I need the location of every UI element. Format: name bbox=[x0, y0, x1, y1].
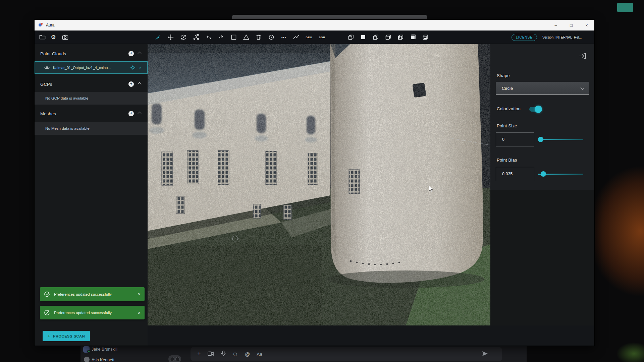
mouse-cursor bbox=[429, 185, 435, 193]
shape-dropdown[interactable]: Circle bbox=[496, 82, 589, 95]
focus-crosshair-icon[interactable] bbox=[130, 65, 136, 70]
shape-label: Shape bbox=[497, 73, 510, 78]
add-gcp-icon[interactable]: + bbox=[128, 81, 134, 87]
attach-plus-icon[interactable]: + bbox=[197, 351, 201, 358]
view-cube-front-solid-icon[interactable] bbox=[409, 34, 417, 41]
point-size-input[interactable] bbox=[496, 132, 534, 146]
wallpaper-green-glow bbox=[610, 339, 644, 362]
gcp-empty-row: No GCP data is available bbox=[35, 92, 148, 105]
microphone-icon[interactable] bbox=[221, 351, 226, 358]
collapse-chevron-icon[interactable] bbox=[138, 82, 141, 86]
wallpaper-teal-chip bbox=[617, 3, 633, 12]
point-bias-slider[interactable] bbox=[538, 174, 583, 175]
remove-item-icon[interactable]: × bbox=[139, 65, 142, 70]
toast-close-icon[interactable]: × bbox=[138, 292, 141, 297]
screenshot-camera-icon[interactable] bbox=[61, 34, 69, 41]
license-button[interactable]: LICENSE bbox=[512, 34, 537, 41]
mention-at-icon[interactable]: @ bbox=[245, 351, 250, 357]
titlebar: Aura – □ × bbox=[35, 20, 594, 31]
section-point-clouds[interactable]: Point Clouds + bbox=[35, 49, 148, 59]
redo-icon[interactable] bbox=[217, 34, 225, 41]
chat-user-2[interactable]: Ash Kennett bbox=[92, 358, 114, 362]
online-status-icon bbox=[87, 350, 90, 353]
more-ellipsis-icon[interactable]: ••• bbox=[280, 34, 287, 41]
point-size-slider[interactable] bbox=[538, 139, 583, 140]
view-cube-right-face-icon[interactable] bbox=[384, 34, 392, 41]
sor-filter-icon[interactable]: SOR bbox=[317, 34, 327, 41]
toast-close-icon[interactable]: × bbox=[138, 310, 141, 315]
aura-window: Aura – □ × ⚙ bbox=[35, 20, 594, 346]
minimize-button[interactable]: – bbox=[548, 20, 564, 31]
success-check-icon bbox=[44, 291, 50, 297]
move-tool-icon[interactable] bbox=[167, 34, 174, 41]
toolbar: ⚙ ••• bbox=[35, 31, 594, 44]
sidebar: Point Clouds + Kalmar_01_Output_laz1_4_c… bbox=[35, 44, 148, 346]
mesh-empty-row: No Mesh data is available bbox=[35, 122, 148, 135]
shape-value: Circle bbox=[502, 86, 513, 91]
background-window-edge bbox=[232, 15, 427, 19]
slider-handle[interactable] bbox=[538, 137, 543, 142]
aura-logo-icon bbox=[39, 23, 43, 27]
collapse-chevron-icon[interactable] bbox=[138, 52, 141, 55]
viewport-3d-canvas[interactable] bbox=[148, 44, 490, 325]
process-scan-button[interactable]: + PROCESS SCAN bbox=[43, 331, 90, 341]
chevron-down-icon bbox=[580, 86, 584, 89]
chat-app-strip: Jake Brunskill Ash Kennett + ☺ @ Aa bbox=[80, 346, 527, 362]
section-gcps[interactable]: GCPs + bbox=[35, 79, 148, 89]
toast-notification: Preferences updated successfully × bbox=[40, 306, 145, 319]
chat-user-1[interactable]: Jake Brunskill bbox=[92, 347, 117, 352]
settings-gear-icon[interactable]: ⚙ bbox=[50, 34, 57, 41]
point-bias-label: Point Bias bbox=[497, 158, 517, 163]
navigate-cursor-icon[interactable] bbox=[154, 34, 161, 41]
dro-filter-icon[interactable]: DRO bbox=[304, 34, 314, 41]
user-avatar[interactable] bbox=[84, 357, 90, 362]
view-cube-left-face-icon[interactable] bbox=[397, 34, 404, 41]
point-bias-input[interactable] bbox=[496, 167, 534, 181]
colorization-label: Colorization bbox=[497, 106, 521, 111]
toast-notification: Preferences updated successfully × bbox=[40, 287, 145, 301]
section-meshes[interactable]: Meshes + bbox=[35, 109, 148, 119]
target-point-icon[interactable] bbox=[268, 34, 275, 41]
polyline-measure-icon[interactable] bbox=[292, 34, 300, 41]
collapse-panel-icon[interactable] bbox=[579, 52, 587, 60]
collapse-chevron-icon[interactable] bbox=[138, 112, 141, 115]
emoji-icon[interactable]: ☺ bbox=[232, 351, 238, 358]
text-format-icon[interactable]: Aa bbox=[257, 352, 262, 357]
display-settings-panel: Shape Circle Colorization Point Size Poi… bbox=[490, 44, 594, 190]
voice-users-pill[interactable] bbox=[168, 355, 181, 362]
send-icon[interactable] bbox=[482, 351, 488, 358]
undo-icon[interactable] bbox=[205, 34, 212, 41]
window-title: Aura bbox=[46, 23, 54, 27]
visibility-eye-icon[interactable] bbox=[44, 66, 50, 70]
point-cloud-item[interactable]: Kalmar_01_Output_laz1_4_colou... × bbox=[35, 61, 148, 74]
view-cube-wire-icon[interactable] bbox=[347, 34, 355, 41]
colorization-toggle[interactable] bbox=[529, 107, 541, 112]
polygon-select-icon[interactable] bbox=[243, 34, 250, 41]
rectangle-select-icon[interactable] bbox=[230, 34, 237, 41]
add-point-cloud-icon[interactable]: + bbox=[128, 51, 134, 56]
add-mesh-icon[interactable]: + bbox=[128, 111, 134, 116]
maximize-button[interactable]: □ bbox=[564, 20, 579, 31]
point-cloud-name: Kalmar_01_Output_laz1_4_colou... bbox=[53, 66, 111, 70]
open-folder-icon[interactable] bbox=[39, 34, 46, 41]
success-check-icon bbox=[44, 310, 50, 316]
view-cube-perspective-icon[interactable] bbox=[372, 34, 379, 41]
scene-graph-lock-icon[interactable] bbox=[193, 34, 200, 41]
version-label: Version: INTERNAL_Rel... bbox=[542, 36, 582, 39]
delete-trash-icon[interactable] bbox=[255, 34, 262, 41]
point-size-label: Point Size bbox=[497, 123, 517, 128]
orbit-rotate-icon[interactable] bbox=[180, 34, 187, 41]
view-cube-bottom-face-icon[interactable] bbox=[422, 34, 429, 41]
video-icon[interactable] bbox=[208, 351, 214, 357]
panel-lower-area bbox=[490, 190, 594, 325]
view-cube-solid-icon[interactable] bbox=[360, 34, 367, 41]
close-button[interactable]: × bbox=[579, 20, 594, 31]
chat-message-input[interactable]: + ☺ @ Aa bbox=[191, 347, 502, 361]
slider-handle[interactable] bbox=[541, 171, 546, 177]
desktop: Jake Brunskill Ash Kennett + ☺ @ Aa bbox=[0, 0, 644, 362]
